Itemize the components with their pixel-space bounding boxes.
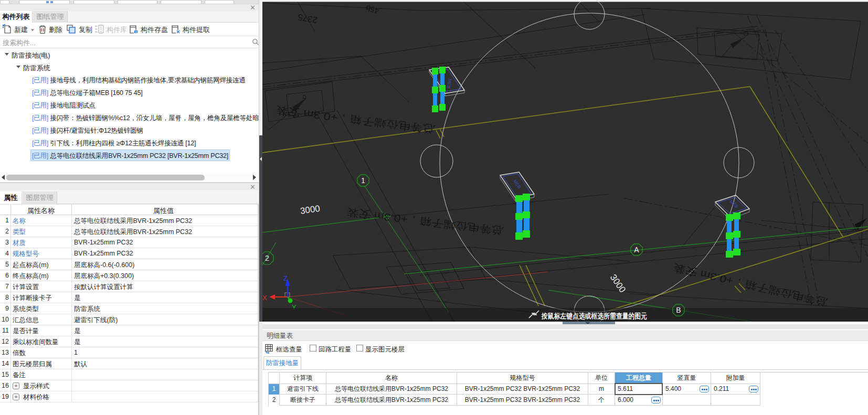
svg-text:MEB: MEB <box>512 178 522 189</box>
svg-text:45b: 45b <box>365 4 380 16</box>
svg-text:3000: 3000 <box>608 272 628 294</box>
svg-text:总等电位端子箱，+0.3m 安装: 总等电位端子箱，+0.3m 安装 <box>275 104 436 135</box>
svg-text:总等电位端子箱，+0.3m 安装: 总等电位端子箱，+0.3m 安装 <box>346 207 505 237</box>
svg-text:3000: 3000 <box>300 204 321 216</box>
svg-text:A: A <box>634 246 639 254</box>
svg-text:B: B <box>676 306 681 314</box>
svg-text:Z: Z <box>283 274 288 282</box>
svg-text:2375: 2375 <box>297 12 319 25</box>
svg-text:X: X <box>262 294 267 302</box>
svg-text:1: 1 <box>361 176 365 185</box>
svg-text:2: 2 <box>265 254 269 262</box>
svg-text:MEB: MEB <box>446 79 453 89</box>
svg-text:按鼠标左键点选或框选所需查量的图元: 按鼠标左键点选或框选所需查量的图元 <box>541 312 647 320</box>
